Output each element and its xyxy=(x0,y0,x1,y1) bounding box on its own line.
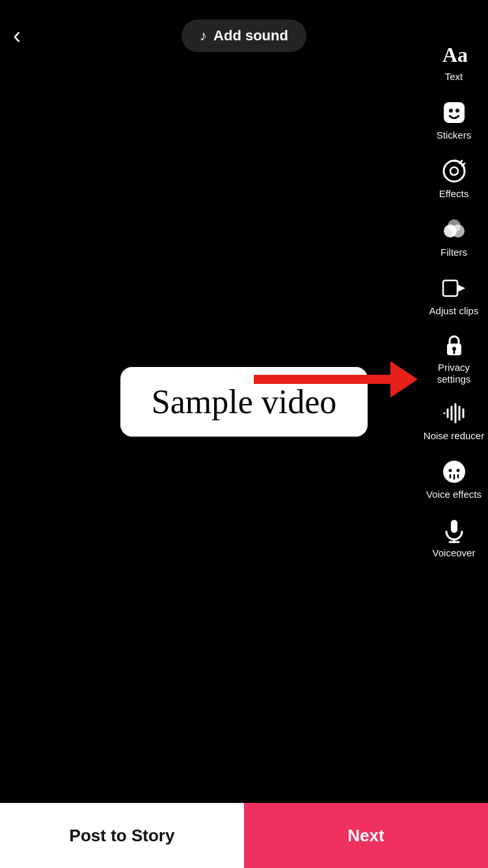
privacy-settings-icon xyxy=(441,332,467,358)
toolbar-item-voiceover[interactable]: Voiceover xyxy=(420,509,488,567)
arrow-head xyxy=(390,361,418,398)
voiceover-icon xyxy=(441,517,467,543)
effects-label: Effects xyxy=(439,188,469,200)
stickers-label: Stickers xyxy=(437,129,471,141)
toolbar-item-effects[interactable]: Effects xyxy=(420,150,488,208)
back-button[interactable]: ‹ xyxy=(13,22,21,49)
video-area: Sample video xyxy=(0,0,488,803)
bottom-bar: Post to Story Next xyxy=(0,803,488,868)
svg-marker-10 xyxy=(457,284,465,292)
toolbar-item-voice-effects[interactable]: Voice effects xyxy=(420,450,488,509)
filters-label: Filters xyxy=(441,247,467,258)
svg-point-2 xyxy=(449,109,453,113)
svg-rect-1 xyxy=(444,102,465,123)
add-sound-label: Add sound xyxy=(213,27,288,44)
next-button[interactable]: Next xyxy=(244,803,488,868)
toolbar-item-stickers[interactable]: Stickers xyxy=(420,91,488,150)
voice-effects-icon xyxy=(441,459,467,485)
voiceover-label: Voiceover xyxy=(433,547,476,559)
arrow-indicator xyxy=(254,361,418,398)
post-to-story-label: Post to Story xyxy=(70,826,175,846)
toolbar-item-noise-reducer[interactable]: Noise reducer xyxy=(420,392,488,450)
privacy-settings-label: Privacy settings xyxy=(422,362,485,385)
svg-point-25 xyxy=(456,469,459,472)
next-label: Next xyxy=(347,826,384,846)
adjust-clips-icon xyxy=(441,275,467,301)
svg-point-5 xyxy=(450,167,458,175)
toolbar-item-adjust-clips[interactable]: Adjust clips xyxy=(420,267,488,325)
right-toolbar: Aa Text Stickers Effects xyxy=(420,33,488,567)
noise-reducer-label: Noise reducer xyxy=(424,430,484,442)
stickers-icon xyxy=(441,100,467,126)
noise-reducer-icon xyxy=(441,400,467,426)
music-icon: ♪ xyxy=(200,27,207,44)
filters-icon xyxy=(441,217,467,243)
effects-icon xyxy=(441,158,467,184)
svg-point-3 xyxy=(455,109,459,113)
toolbar-item-privacy-settings[interactable]: Privacy settings xyxy=(420,325,488,392)
text-label: Text xyxy=(445,71,463,83)
add-sound-button[interactable]: ♪ Add sound xyxy=(182,20,306,52)
svg-rect-29 xyxy=(451,520,457,533)
svg-point-24 xyxy=(448,469,452,472)
toolbar-item-filters[interactable]: Filters xyxy=(420,208,488,267)
header: ‹ ♪ Add sound xyxy=(0,0,488,72)
svg-point-8 xyxy=(448,219,461,232)
arrow-shaft xyxy=(254,375,390,384)
voice-effects-label: Voice effects xyxy=(426,489,481,500)
post-to-story-button[interactable]: Post to Story xyxy=(0,803,244,868)
adjust-clips-label: Adjust clips xyxy=(429,305,479,317)
